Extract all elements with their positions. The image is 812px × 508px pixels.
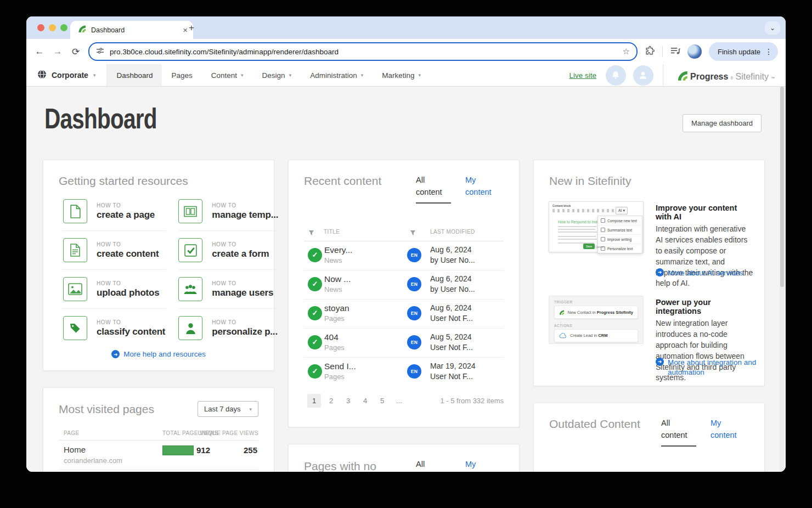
back-icon[interactable]: ← bbox=[34, 46, 45, 57]
tab-my-content[interactable]: My content bbox=[465, 459, 500, 472]
language-badge: EN bbox=[407, 306, 421, 320]
modified-by: User Not F... bbox=[430, 343, 473, 352]
page-button-2[interactable]: 2 bbox=[324, 394, 338, 408]
window-controls bbox=[37, 24, 67, 31]
editor-toolbar-mock bbox=[552, 209, 616, 212]
tab-all-content[interactable]: All content bbox=[661, 417, 696, 447]
more-help-link[interactable]: ➜ More help and resources bbox=[43, 350, 274, 358]
tab-my-content[interactable]: My content bbox=[710, 417, 746, 447]
table-row[interactable]: ✓ stoyanPages EN Aug 6, 2024User Not F..… bbox=[304, 300, 504, 329]
howto-label: HOW TO bbox=[212, 202, 278, 208]
page-button-ellipsis[interactable]: ... bbox=[392, 394, 406, 408]
progress-sitefinity-logo: Progress® Sitefinity™ bbox=[673, 69, 779, 82]
howto-upload-photos[interactable]: HOW TOupload photos bbox=[63, 270, 165, 309]
arrow-circle-icon: ➜ bbox=[111, 350, 120, 358]
nav-item-dashboard[interactable]: Dashboard bbox=[107, 64, 162, 86]
tab-all-content[interactable]: All content bbox=[416, 459, 451, 472]
page-button-4[interactable]: 4 bbox=[358, 394, 372, 408]
published-check-icon: ✓ bbox=[308, 306, 322, 320]
nav-item-content[interactable]: Content▾ bbox=[202, 64, 253, 86]
item-title[interactable]: 404 bbox=[324, 332, 345, 342]
nav-item-administration[interactable]: Administration▾ bbox=[301, 64, 373, 86]
site-info-icon[interactable] bbox=[96, 47, 104, 57]
maximize-window-button[interactable] bbox=[60, 24, 67, 31]
feature-body: Integration with generative AI services … bbox=[656, 224, 753, 289]
more-ai-services-link[interactable]: ➜ More about AI services bbox=[656, 268, 757, 278]
howto-create-a-page[interactable]: HOW TOcreate a page bbox=[63, 192, 165, 231]
views-bar bbox=[162, 445, 194, 455]
card-title: Outdated Content bbox=[549, 417, 640, 447]
page-icon bbox=[63, 199, 87, 223]
table-row[interactable]: Home corianderlane.com 912 255 bbox=[59, 441, 258, 470]
howto-action: manage users bbox=[212, 287, 273, 298]
item-title[interactable]: stoyan bbox=[324, 303, 349, 313]
table-row[interactable]: ✓ Every...News EN Aug 6, 2024by User No.… bbox=[304, 241, 504, 270]
tab-close-icon[interactable]: × bbox=[183, 26, 188, 34]
finish-update-button[interactable]: Finish update ⋮ bbox=[709, 42, 778, 61]
url-text[interactable]: pro.3b0ce.cloud.sitefinity.com/Sitefinit… bbox=[110, 48, 617, 56]
published-check-icon: ✓ bbox=[308, 277, 322, 291]
filter-icon[interactable] bbox=[308, 228, 314, 238]
ai-feature-thumbnail[interactable]: Content block AI ▾ How to Respond to Ind… bbox=[549, 201, 644, 252]
menu-item: Improve writing bbox=[607, 238, 631, 241]
modified-date: Aug 6, 2024 bbox=[430, 245, 475, 254]
howto-manage-templates[interactable]: HOW TOmanage temp... bbox=[178, 192, 278, 231]
browser-menu-icon[interactable]: ⋮ bbox=[765, 47, 773, 56]
table-row[interactable]: ✓ Send I...Pages EN Mar 19, 2024User Not… bbox=[304, 358, 504, 386]
date-range-select[interactable]: Last 7 days ▾ bbox=[198, 401, 258, 417]
nav-item-marketing[interactable]: Marketing▾ bbox=[373, 64, 430, 86]
scrollbar-thumb[interactable] bbox=[780, 87, 784, 287]
actions-label: ACTIONS bbox=[554, 324, 638, 328]
tab-all-content[interactable]: All content bbox=[416, 174, 451, 204]
extensions-puzzle-icon[interactable] bbox=[645, 46, 655, 58]
reading-list-icon[interactable] bbox=[670, 46, 680, 58]
item-title[interactable]: Send I... bbox=[324, 362, 356, 371]
live-site-link[interactable]: Live site bbox=[569, 71, 596, 80]
chevron-down-icon: ▾ bbox=[289, 72, 292, 78]
integrations-thumbnail[interactable]: TRIGGER New Contact in Progress Sitefini… bbox=[549, 296, 644, 344]
nav-item-pages[interactable]: Pages bbox=[162, 64, 201, 86]
howto-label: HOW TO bbox=[212, 241, 269, 247]
link-label: More about integration and automation bbox=[668, 358, 757, 377]
page-scrollbar[interactable] bbox=[780, 87, 785, 472]
page-button-1[interactable]: 1 bbox=[307, 394, 321, 408]
howto-manage-users[interactable]: HOW TOmanage users bbox=[178, 270, 278, 309]
sitefinity-favicon bbox=[78, 25, 86, 35]
reload-icon[interactable]: ⟳ bbox=[70, 46, 81, 58]
column-header-title: TITLE bbox=[324, 229, 340, 235]
tab-my-content[interactable]: My content bbox=[465, 174, 500, 204]
page-button-5[interactable]: 5 bbox=[375, 394, 389, 408]
howto-create-a-form[interactable]: HOW TOcreate a form bbox=[178, 231, 278, 270]
browser-tab[interactable]: Dashboard × bbox=[70, 21, 193, 39]
tab-search-chevron-icon[interactable]: ⌄ bbox=[765, 21, 780, 35]
page-button-3[interactable]: 3 bbox=[341, 394, 355, 408]
profile-avatar[interactable] bbox=[687, 44, 702, 59]
bookmark-star-icon[interactable]: ☆ bbox=[622, 47, 629, 57]
table-row[interactable]: ✓ Now ...News EN Aug 6, 2024by User No..… bbox=[304, 270, 504, 300]
site-selector[interactable]: Corporate ▾ bbox=[26, 64, 107, 86]
manage-dashboard-button[interactable]: Manage dashboard bbox=[683, 114, 762, 132]
form-check-icon bbox=[178, 238, 202, 262]
nav-item-label: Content bbox=[211, 71, 237, 80]
notifications-button[interactable] bbox=[606, 65, 626, 86]
address-bar[interactable]: pro.3b0ce.cloud.sitefinity.com/Sitefinit… bbox=[88, 42, 638, 61]
forward-icon[interactable]: → bbox=[52, 46, 63, 57]
nav-item-design[interactable]: Design▾ bbox=[253, 64, 301, 86]
page-name[interactable]: Home bbox=[64, 445, 86, 454]
howto-personalize-pages[interactable]: HOW TOpersonalize p... bbox=[178, 309, 278, 347]
table-row[interactable]: ✓ 404Pages EN Aug 5, 2024User Not F... bbox=[304, 329, 504, 358]
more-integration-link[interactable]: ➜ More about integration and automation bbox=[656, 358, 757, 377]
close-window-button[interactable] bbox=[37, 24, 44, 31]
howto-create-content[interactable]: HOW TOcreate content bbox=[63, 231, 165, 270]
howto-classify-content[interactable]: HOW TOclassify content bbox=[63, 309, 165, 347]
minimize-window-button[interactable] bbox=[49, 24, 56, 31]
filter-icon[interactable] bbox=[410, 228, 416, 238]
user-profile-button[interactable] bbox=[633, 65, 653, 86]
published-check-icon: ✓ bbox=[308, 335, 322, 349]
item-title[interactable]: Every... bbox=[324, 245, 352, 255]
new-tab-button[interactable]: + bbox=[189, 22, 194, 33]
photos-icon bbox=[63, 277, 87, 301]
summarize-icon bbox=[601, 228, 605, 232]
thumb-window-title: Content block bbox=[552, 204, 571, 207]
item-title[interactable]: Now ... bbox=[324, 274, 351, 284]
